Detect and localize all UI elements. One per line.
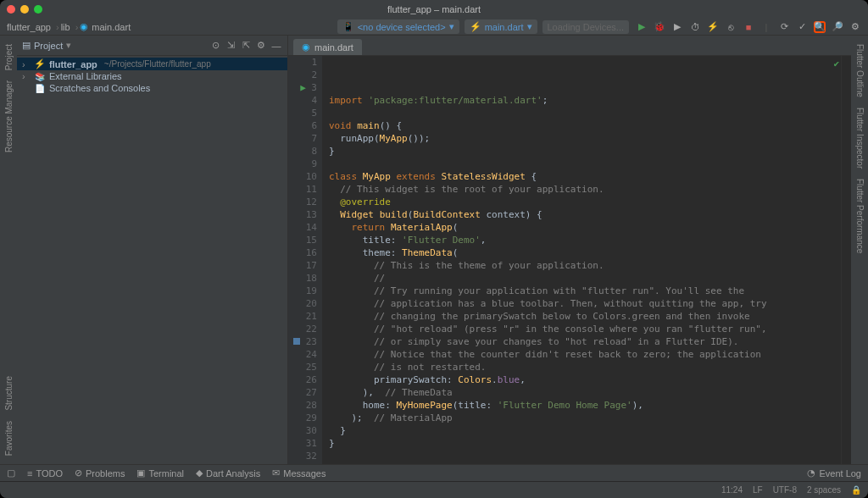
hide-panel-button[interactable]: —	[270, 41, 282, 51]
phone-icon: 📱	[342, 21, 354, 32]
navigation-bar: flutter_app › lib › main.dart 📱 <no devi…	[0, 19, 868, 36]
device-selector[interactable]: 📱 <no device selected> ▾	[337, 19, 459, 34]
project-view-icon: ▤	[22, 40, 31, 51]
collapse-all-button[interactable]: ⇱	[240, 40, 252, 51]
breadcrumb-file[interactable]: main.dart	[92, 22, 131, 32]
git-commit-button[interactable]: ✓	[796, 21, 808, 33]
indent-status[interactable]: 2 spaces	[807, 485, 841, 495]
messages-tool-button[interactable]: ✉Messages	[272, 468, 326, 479]
inspection-ok-icon[interactable]: ✔	[833, 58, 839, 70]
breadcrumb-folder[interactable]: lib	[61, 22, 70, 32]
run-configuration-selector[interactable]: main.dart ▾	[465, 19, 537, 34]
caret-position[interactable]: 11:24	[721, 485, 743, 495]
library-icon	[34, 71, 46, 81]
coverage-button[interactable]: ▶	[671, 21, 683, 33]
attach-button[interactable]: ⎋	[725, 21, 737, 33]
flutter-performance-tool-button[interactable]: Flutter Performance	[855, 179, 865, 253]
loading-devices-indicator: Loading Devices...	[542, 20, 630, 34]
dart-file-icon	[302, 42, 310, 53]
flutter-project-icon	[34, 58, 46, 69]
editor-tabs: main.dart	[288, 36, 851, 56]
flutter-icon	[470, 21, 481, 32]
chevron-right-icon: ›	[75, 22, 79, 32]
chevron-down-icon: ▾	[527, 21, 532, 32]
terminal-tool-button[interactable]: ▣Terminal	[136, 468, 184, 479]
breadcrumb-root[interactable]: flutter_app	[7, 22, 51, 32]
settings-icon[interactable]: ⚙	[849, 21, 861, 33]
project-view-label[interactable]: Project	[34, 41, 63, 51]
flutter-outline-tool-button[interactable]: Flutter Outline	[855, 44, 865, 97]
close-window-button[interactable]	[7, 5, 15, 14]
search-icon[interactable]: 🔎	[832, 21, 843, 33]
stop-button[interactable]: ■	[743, 21, 754, 33]
event-log-button[interactable]: ◔Event Log	[807, 468, 861, 479]
flutter-inspector-tool-button[interactable]: Flutter Inspector	[855, 108, 865, 169]
right-tool-strip: Flutter Outline Flutter Inspector Flutte…	[851, 36, 868, 464]
search-everywhere-button[interactable]: 🔍	[814, 21, 826, 33]
editor-marker-bar[interactable]	[841, 56, 851, 464]
minimize-window-button[interactable]	[20, 5, 29, 14]
scratches-node[interactable]: Scratches and Consoles	[17, 82, 287, 94]
readonly-lock-icon[interactable]: 🔒	[851, 485, 861, 495]
maximize-window-button[interactable]	[34, 5, 42, 14]
expand-all-button[interactable]: ⇲	[225, 40, 236, 51]
editor-code-area[interactable]: ✔ import 'package:flutter/material.dart'…	[322, 56, 841, 464]
editor-tab-main[interactable]: main.dart	[293, 39, 362, 55]
project-tree[interactable]: › flutter_app ~/Projects/Flutter/flutter…	[17, 56, 287, 464]
external-libraries-node[interactable]: › External Libraries	[17, 70, 287, 82]
chevron-right-icon[interactable]: ›	[22, 59, 31, 69]
git-update-button[interactable]: ⟳	[778, 21, 790, 33]
project-tool-button[interactable]: Project	[4, 44, 14, 70]
chevron-right-icon[interactable]: ›	[22, 71, 31, 81]
window-titlebar: flutter_app – main.dart	[0, 0, 868, 19]
chevron-right-icon: ›	[56, 22, 59, 32]
resource-manager-tool-button[interactable]: Resource Manager	[4, 80, 14, 152]
scratch-icon	[34, 83, 46, 93]
problems-tool-button[interactable]: ⊘Problems	[75, 468, 125, 479]
select-opened-file-button[interactable]: ⊙	[209, 40, 221, 51]
code-editor[interactable]: 12▶ 345678910111213141516171819202122 23…	[288, 56, 851, 464]
profile-button[interactable]: ⏱	[689, 21, 701, 33]
left-tool-strip: Project Resource Manager Structure Favor…	[0, 36, 17, 464]
todo-tool-button[interactable]: ≡TODO	[27, 468, 63, 479]
chevron-down-icon[interactable]: ▾	[66, 40, 71, 51]
divider: |	[760, 21, 772, 33]
structure-tool-button[interactable]: Structure	[4, 376, 14, 411]
project-root-node[interactable]: › flutter_app ~/Projects/Flutter/flutter…	[17, 58, 287, 70]
editor-gutter[interactable]: 12▶ 345678910111213141516171819202122 23…	[288, 56, 322, 464]
project-panel: ▤ Project ▾ ⊙ ⇲ ⇱ ⚙ — › flutter_app ~/Pr…	[17, 36, 288, 464]
debug-button[interactable]: 🐞	[654, 21, 665, 33]
settings-gear-icon[interactable]: ⚙	[255, 40, 267, 51]
bottom-tool-bar: ▢ ≡TODO ⊘Problems ▣Terminal ◆Dart Analys…	[0, 464, 868, 481]
line-separator[interactable]: LF	[753, 485, 763, 495]
run-button[interactable]: ▶	[636, 21, 648, 33]
dart-analysis-tool-button[interactable]: ◆Dart Analysis	[196, 468, 260, 479]
window-title: flutter_app – main.dart	[387, 4, 481, 14]
status-bar: 11:24 LF UTF-8 2 spaces 🔒	[0, 481, 868, 498]
favorites-tool-button[interactable]: Favorites	[4, 421, 14, 456]
file-encoding[interactable]: UTF-8	[773, 485, 797, 495]
dart-file-icon	[80, 21, 88, 32]
chevron-down-icon: ▾	[449, 21, 454, 32]
hide-tool-windows-button[interactable]: ▢	[7, 468, 15, 479]
hot-reload-button[interactable]: ⚡	[707, 21, 719, 33]
